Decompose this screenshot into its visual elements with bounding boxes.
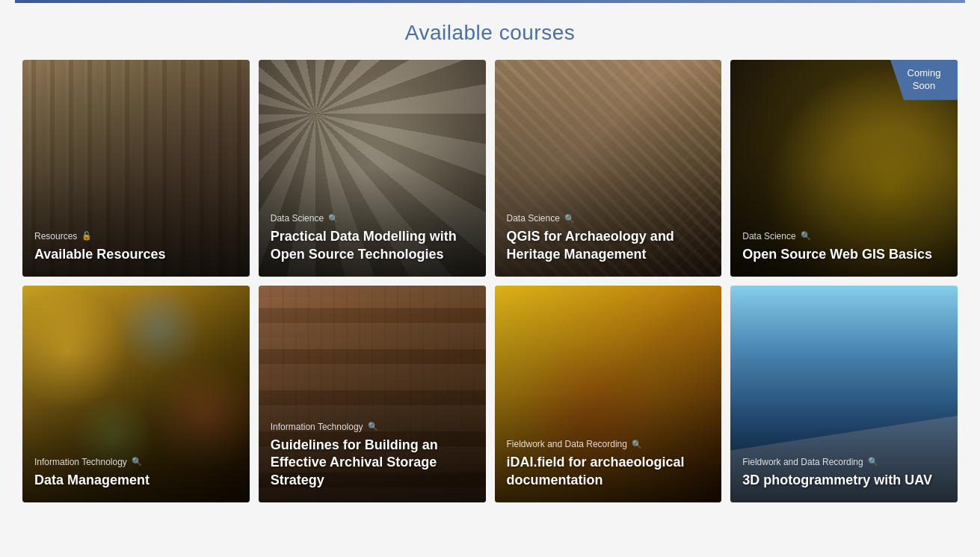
card-content: Fieldwork and Data Recording🔍iDAI.field … [495, 428, 722, 502]
courses-grid: Resources🔓Available ResourcesData Scienc… [15, 60, 965, 502]
card-category: Information Technology🔍 [34, 457, 238, 467]
card-content: Information Technology🔍Data Management [22, 446, 250, 502]
search-icon: 🔍 [368, 422, 378, 431]
card-title: 3D photogrammetry with UAV [742, 472, 946, 489]
page-header: Available courses [15, 3, 965, 60]
course-card-3d-photogrammetry[interactable]: Fieldwork and Data Recording🔍3D photogra… [730, 286, 958, 502]
course-card-available-resources[interactable]: Resources🔓Available Resources [22, 60, 250, 277]
page-title: Available courses [22, 21, 958, 45]
card-title: iDAI.field for archaeological documentat… [507, 454, 710, 489]
category-label: Fieldwork and Data Recording [742, 457, 863, 467]
card-category: Information Technology🔍 [271, 422, 474, 432]
card-category: Fieldwork and Data Recording🔍 [742, 457, 946, 467]
course-card-open-source-web-gis[interactable]: Data Science🔍Open Source Web GIS BasicsC… [730, 60, 958, 277]
lock-icon: 🔓 [81, 231, 92, 241]
card-category: Data Science🔍 [507, 213, 710, 224]
card-title: Open Source Web GIS Basics [742, 246, 946, 263]
card-title: QGIS for Archaeology and Heritage Manage… [507, 228, 710, 263]
category-label: Information Technology [34, 457, 127, 467]
card-category: Fieldwork and Data Recording🔍 [507, 439, 710, 449]
course-card-idal-field[interactable]: Fieldwork and Data Recording🔍iDAI.field … [495, 286, 722, 502]
category-label: Resources [34, 231, 77, 241]
card-title: Available Resources [34, 246, 238, 263]
card-category: Data Science🔍 [271, 213, 474, 224]
search-icon: 🔍 [328, 214, 339, 224]
search-icon: 🔍 [564, 214, 575, 224]
search-icon: 🔍 [632, 440, 642, 449]
course-card-qgis-archaeology[interactable]: Data Science🔍QGIS for Archaeology and He… [495, 60, 722, 277]
card-content: Data Science🔍QGIS for Archaeology and He… [495, 203, 722, 277]
search-icon: 🔍 [801, 231, 811, 241]
search-icon: 🔍 [868, 457, 878, 467]
course-card-data-management[interactable]: Information Technology🔍Data Management [22, 286, 250, 502]
category-label: Fieldwork and Data Recording [507, 439, 627, 449]
card-title: Practical Data Modelling with Open Sourc… [271, 228, 474, 263]
category-label: Information Technology [271, 422, 363, 432]
card-content: Fieldwork and Data Recording🔍3D photogra… [730, 446, 958, 502]
card-content: Information Technology🔍Guidelines for Bu… [259, 411, 486, 502]
card-title: Guidelines for Building an Effective Arc… [271, 437, 474, 489]
card-content: Data Science🔍Open Source Web GIS Basics [730, 221, 958, 277]
category-label: Data Science [507, 213, 560, 224]
search-icon: 🔍 [132, 457, 142, 467]
category-label: Data Science [742, 231, 795, 241]
card-category: Resources🔓 [34, 231, 238, 241]
course-card-archival-storage[interactable]: Information Technology🔍Guidelines for Bu… [259, 286, 486, 502]
card-category: Data Science🔍 [742, 231, 946, 241]
page-wrapper: Available courses Resources🔓Available Re… [0, 0, 980, 517]
card-content: Resources🔓Available Resources [22, 221, 250, 277]
course-card-practical-data-modelling[interactable]: Data Science🔍Practical Data Modelling wi… [259, 60, 486, 277]
card-title: Data Management [34, 472, 238, 489]
category-label: Data Science [271, 213, 324, 224]
card-content: Data Science🔍Practical Data Modelling wi… [259, 203, 486, 277]
